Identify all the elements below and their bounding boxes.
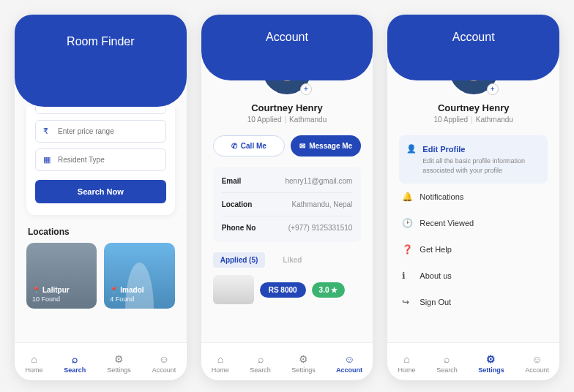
profile-name: Courtney Henry xyxy=(399,102,548,113)
info-icon: ℹ xyxy=(402,271,412,281)
location-cards: 📍Lalitpur 10 Found 📍Imadol 4 Found xyxy=(26,243,175,309)
call-label: Call Me xyxy=(241,142,266,150)
search-now-button[interactable]: Search Now xyxy=(35,180,166,203)
call-me-button[interactable]: ✆Call Me xyxy=(213,135,285,157)
nav-home[interactable]: ⌂Home xyxy=(398,353,416,374)
phone-search-screen: Room Finder Advance Search ⚲ ₹ ▦ Search … xyxy=(15,15,187,380)
search-icon: ⌕ xyxy=(258,353,264,365)
settings-icon: ⚙ xyxy=(114,353,124,365)
resident-type-input[interactable] xyxy=(58,156,158,164)
location-overlay: 📍Imadol 4 Found xyxy=(110,286,144,303)
location-name: Imadol xyxy=(120,286,144,294)
home-icon: ⌂ xyxy=(31,353,37,365)
bottom-nav: ⌂Home ⌕Search ⚙Settings ☺Account xyxy=(201,342,373,380)
tab-applied[interactable]: Applied (5) xyxy=(213,252,266,268)
menu-recent-viewed[interactable]: 🕑Recent Viewed xyxy=(399,210,548,236)
menu-about-us[interactable]: ℹAbout us xyxy=(399,263,548,289)
location-count: 10 Found xyxy=(32,295,70,303)
nav-settings[interactable]: ⚙Settings xyxy=(107,353,131,374)
menu-sign-out[interactable]: ↪Sign Out xyxy=(399,289,548,315)
clock-icon: 🕑 xyxy=(402,218,412,228)
header: Account xyxy=(387,15,559,80)
nav-label: Search xyxy=(64,366,86,374)
nav-label: Settings xyxy=(107,366,131,374)
account-icon: ☺ xyxy=(159,353,169,365)
nav-search[interactable]: ⌕Search xyxy=(64,353,86,374)
menu-notifications[interactable]: 🔔Notifications xyxy=(399,184,548,210)
resident-type-row[interactable]: ▦ xyxy=(35,148,166,171)
message-label: Message Me xyxy=(309,142,352,150)
location-count: 4 Found xyxy=(110,295,144,303)
advance-search-card: Advance Search ⚲ ₹ ▦ Search Now xyxy=(26,107,175,215)
user-icon: 👤 xyxy=(406,144,417,154)
nav-settings[interactable]: ⚙Settings xyxy=(291,353,316,374)
price-badge: RS 8000 xyxy=(260,282,306,298)
mail-icon: ✉ xyxy=(299,142,305,150)
menu-edit-profile[interactable]: 👤Edit Profile Edit all the basic profile… xyxy=(399,135,548,184)
header-title: Room Finder xyxy=(67,35,134,48)
applied-count: 10 Applied xyxy=(433,116,468,124)
location-pin-icon: ⚲ xyxy=(43,107,52,108)
avatar-wrap: + xyxy=(261,80,313,97)
nav-label: Settings xyxy=(291,366,316,374)
pin-icon: 📍 xyxy=(110,287,118,294)
grid-icon: ▦ xyxy=(43,155,52,165)
nav-search[interactable]: ⌕Search xyxy=(250,353,271,374)
nav-label: Account xyxy=(336,366,362,374)
profile-subtitle: 10 Applied|Kathmandu xyxy=(399,116,548,124)
content: Advance Search ⚲ ₹ ▦ Search Now Location… xyxy=(15,107,187,342)
pin-icon: 📍 xyxy=(32,287,40,294)
menu-get-help[interactable]: ❓Get Help xyxy=(399,236,548,263)
listing-item[interactable]: RS 8000 3.0 ★ xyxy=(213,275,362,304)
bottom-nav: ⌂Home ⌕Search ⚙Settings ☺Account xyxy=(15,342,187,380)
nav-label: Home xyxy=(212,366,229,374)
nav-account[interactable]: ☺Account xyxy=(336,353,362,374)
header: Account xyxy=(201,15,373,80)
nav-account[interactable]: ☺Account xyxy=(152,353,176,374)
menu-label: About us xyxy=(420,271,451,280)
content: + Courtney Henry 10 Applied|Kathmandu ✆C… xyxy=(201,80,373,342)
nav-account[interactable]: ☺Account xyxy=(525,353,549,374)
email-value: henry11@gmail.com xyxy=(285,177,352,185)
nav-home[interactable]: ⌂Home xyxy=(25,353,42,374)
nav-label: Home xyxy=(398,366,416,374)
listing-thumbnail xyxy=(213,275,254,304)
tabs: Applied (5) Liked xyxy=(213,252,362,268)
edit-profile-desc: Edit all the basic profile information a… xyxy=(406,157,540,175)
phone-account-details: Account + Courtney Henry 10 Applied|Kath… xyxy=(201,15,373,380)
header-title: Account xyxy=(452,31,495,43)
nav-settings[interactable]: ⚙Settings xyxy=(478,353,504,374)
location-card-lalitpur[interactable]: 📍Lalitpur 10 Found xyxy=(26,243,97,309)
menu-label: Sign Out xyxy=(420,298,451,306)
header-title: Account xyxy=(266,31,308,43)
nav-label: Home xyxy=(25,366,42,374)
avatar-add-icon[interactable]: + xyxy=(487,83,499,95)
tab-liked[interactable]: Liked xyxy=(275,252,309,268)
price-input-row[interactable]: ₹ xyxy=(35,120,166,143)
applied-count: 10 Applied xyxy=(247,116,282,124)
settings-icon: ⚙ xyxy=(486,353,496,365)
location-card-imadol[interactable]: 📍Imadol 4 Found xyxy=(104,243,174,309)
signout-icon: ↪ xyxy=(402,297,412,307)
phone-icon: ✆ xyxy=(231,142,237,150)
price-input[interactable] xyxy=(58,127,158,135)
settings-icon: ⚙ xyxy=(299,353,308,365)
message-me-button[interactable]: ✉Message Me xyxy=(291,135,361,157)
nav-home[interactable]: ⌂Home xyxy=(212,353,229,374)
address-input-row[interactable]: ⚲ xyxy=(35,107,166,114)
info-box: Emailhenry11@gmail.com LocationKathmandu… xyxy=(213,167,362,242)
info-row-location: LocationKathmandu, Nepal xyxy=(222,193,353,216)
bell-icon: 🔔 xyxy=(402,192,412,202)
phone-account-settings: Account + Courtney Henry 10 Applied|Kath… xyxy=(387,15,559,380)
rupee-icon: ₹ xyxy=(43,127,52,136)
locations-section-title: Locations xyxy=(28,227,174,237)
nav-label: Search xyxy=(250,366,271,374)
help-icon: ❓ xyxy=(402,244,412,255)
nav-search[interactable]: ⌕Search xyxy=(436,353,458,374)
phone-label: Phone No xyxy=(222,224,256,232)
nav-label: Account xyxy=(525,366,549,374)
location-label: Location xyxy=(222,200,253,208)
info-row-phone: Phone No(+977) 9125331510 xyxy=(222,216,353,239)
avatar-add-icon[interactable]: + xyxy=(300,83,312,95)
header: Room Finder xyxy=(15,15,187,107)
